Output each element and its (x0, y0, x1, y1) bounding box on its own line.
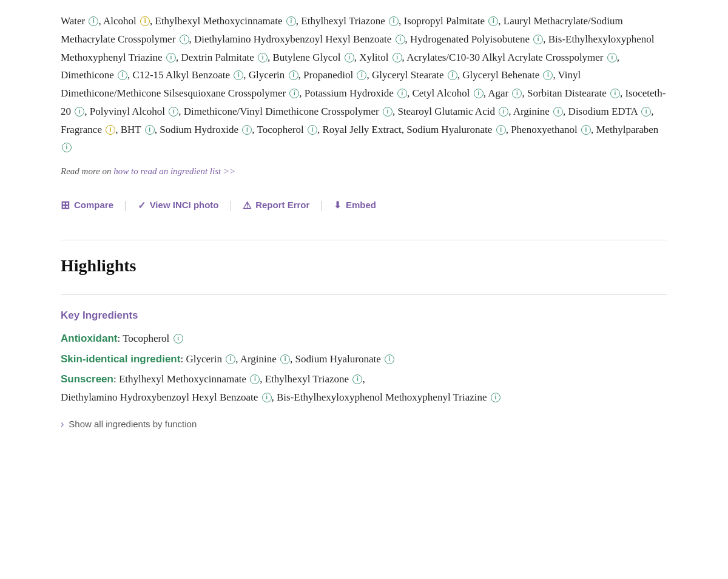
embed-icon: ⬇ (334, 198, 342, 212)
glycerin-info-icon[interactable]: i (289, 70, 298, 80)
skin-identical-category: Skin-identical ingredient (61, 353, 180, 365)
fragrance-info-icon[interactable]: i (106, 125, 115, 135)
agar-info-icon[interactable]: i (512, 89, 522, 98)
sunscreen-row: Sunscreen: Ethylhexyl Methoxycinnamate i… (61, 370, 667, 407)
glyceryl-stearate-info-icon[interactable]: i (448, 70, 457, 80)
tocopherol-info-icon[interactable]: i (308, 125, 317, 135)
highlights-title: Highlights (61, 252, 667, 280)
read-more-link[interactable]: how to read an ingredient list >> (113, 166, 235, 176)
skin-identical-ingredients: Glycerin (186, 353, 221, 365)
hydrogenated-info-icon[interactable]: i (533, 35, 543, 44)
bis-ethyl-highlight-icon[interactable]: i (491, 393, 500, 402)
report-error-icon: ⚠ (243, 198, 251, 214)
lauryl-info-icon[interactable]: i (180, 35, 189, 44)
sodium-hydroxide-info-icon[interactable]: i (242, 125, 252, 135)
report-error-label: Report Error (255, 198, 309, 212)
phenoxyethanol-info-icon[interactable]: i (581, 125, 591, 135)
compare-icon: ⊞ (61, 197, 70, 214)
water-info-icon[interactable]: i (89, 16, 98, 26)
vinyl-dimethicone-info-icon[interactable]: i (289, 89, 299, 98)
ethylhexyl-methoxy-info-icon[interactable]: i (286, 16, 296, 26)
ethylhexyl-triazone-info-icon[interactable]: i (389, 16, 399, 26)
ethylhexyl-methoxy-highlight-icon[interactable]: i (250, 374, 260, 384)
sorbitan-info-icon[interactable]: i (610, 89, 620, 98)
key-ingredients-label: Key Ingredients (61, 307, 667, 323)
arginine-info-icon[interactable]: i (553, 107, 563, 117)
xylitol-info-icon[interactable]: i (393, 53, 402, 63)
compare-label: Compare (74, 198, 113, 212)
methylparaben-info-icon[interactable]: i (62, 143, 72, 152)
read-more-prefix: Read more on (61, 166, 113, 176)
sunscreen-category: Sunscreen (61, 373, 113, 385)
ingredients-list: Water i, Alcohol i, Ethylhexyl Methoxyci… (61, 12, 667, 157)
dimethicone-vinyl-info-icon[interactable]: i (383, 107, 393, 117)
bht-info-icon[interactable]: i (145, 125, 155, 135)
ethylhexyl-triazone-highlight-icon[interactable]: i (352, 374, 362, 384)
arginine-highlight-icon[interactable]: i (280, 354, 290, 364)
potassium-info-icon[interactable]: i (397, 89, 407, 98)
dextrin-info-icon[interactable]: i (258, 53, 268, 63)
acrylates-info-icon[interactable]: i (607, 53, 617, 63)
glyceryl-behenate-info-icon[interactable]: i (543, 70, 553, 80)
diethylamino-highlight-icon[interactable]: i (262, 393, 272, 402)
skin-identical-row: Skin-identical ingredient: Glycerin i, A… (61, 350, 667, 368)
view-inci-label: View INCI photo (150, 198, 219, 212)
antioxidant-category: Antioxidant (61, 333, 118, 344)
alcohol-info-icon[interactable]: i (140, 16, 150, 26)
antioxidant-ingredient: Tocopherol (123, 333, 169, 344)
cetyl-info-icon[interactable]: i (474, 89, 484, 98)
report-error-button[interactable]: ⚠ Report Error (232, 198, 320, 214)
isopropyl-palmitate-info-icon[interactable]: i (488, 16, 498, 26)
butylene-info-icon[interactable]: i (345, 53, 354, 63)
view-inci-icon: ✓ (138, 198, 146, 214)
bis-ethyl-info-icon[interactable]: i (166, 53, 176, 63)
show-all-label: Show all ingredients by function (69, 419, 197, 429)
dimethicone-info-icon[interactable]: i (118, 70, 127, 80)
view-inci-button[interactable]: ✓ View INCI photo (127, 198, 230, 214)
tocopherol-highlight-icon[interactable]: i (174, 334, 183, 344)
chevron-right-icon: › (61, 419, 64, 430)
propanediol-info-icon[interactable]: i (357, 70, 366, 80)
action-bar: ⊞ Compare | ✓ View INCI photo | ⚠ Report… (61, 189, 667, 222)
sunscreen-ingredients: Ethylhexyl Methoxycinnamate (119, 373, 246, 385)
glycerin-highlight-icon[interactable]: i (226, 354, 235, 364)
embed-label: Embed (346, 198, 376, 212)
antioxidant-row: Antioxidant: Tocopherol i (61, 330, 667, 348)
read-more-section: Read more on how to read an ingredient l… (61, 164, 667, 178)
highlights-section: Highlights Key Ingredients Antioxidant: … (61, 240, 667, 430)
embed-button[interactable]: ⬇ Embed (323, 198, 387, 212)
sodium-hyaluronate-info-icon[interactable]: i (496, 125, 506, 135)
disodium-info-icon[interactable]: i (641, 107, 651, 117)
show-all-button[interactable]: › Show all ingredients by function (61, 419, 197, 430)
polyvinyl-info-icon[interactable]: i (169, 107, 178, 117)
sodium-hyaluronate-highlight-icon[interactable]: i (385, 354, 394, 364)
stearoyl-info-icon[interactable]: i (499, 107, 508, 117)
diethylamino-info-icon[interactable]: i (396, 35, 405, 44)
c1215-info-icon[interactable]: i (234, 70, 243, 80)
isoceteth-info-icon[interactable]: i (75, 107, 84, 117)
compare-button[interactable]: ⊞ Compare (61, 197, 124, 214)
